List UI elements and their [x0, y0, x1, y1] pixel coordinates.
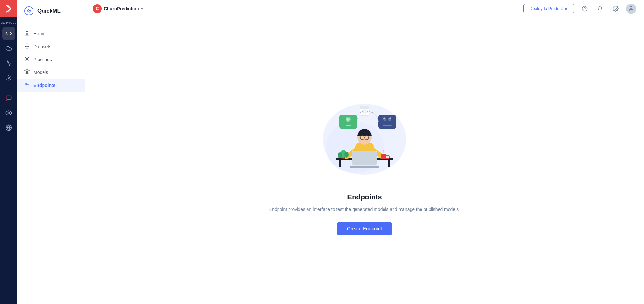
create-endpoint-button[interactable]: Create Endpoint	[337, 222, 392, 235]
svg-point-45	[383, 117, 385, 119]
quickml-logo-icon	[24, 6, 34, 16]
rail-icon-cloud[interactable]	[2, 42, 15, 55]
home-icon	[24, 31, 30, 37]
svg-rect-48	[360, 109, 369, 115]
svg-point-0	[8, 77, 10, 79]
help-icon[interactable]	[580, 4, 590, 14]
svg-point-13	[615, 8, 617, 9]
nav-item-home[interactable]: Home	[17, 27, 85, 40]
user-avatar[interactable]	[626, 4, 636, 14]
header-left: C ChurnPrediction ▾	[93, 4, 143, 13]
rail-icon-code[interactable]	[2, 27, 15, 40]
project-name: ChurnPrediction	[104, 6, 139, 11]
chevron-down-icon: ▾	[141, 6, 143, 11]
svg-point-5	[25, 44, 29, 45]
empty-state: Endpoints Endpoint provides an interface…	[269, 86, 460, 235]
nav-label-home: Home	[33, 31, 45, 36]
top-header: C ChurnPrediction ▾ Deploy to Production	[85, 0, 644, 17]
header-right: Deploy to Production	[523, 4, 636, 14]
icon-rail: Services	[0, 0, 17, 304]
nav-label-endpoints: Endpoints	[33, 83, 55, 88]
svg-marker-7	[25, 69, 29, 72]
settings-icon[interactable]	[611, 4, 621, 14]
nav-item-pipelines[interactable]: Pipelines	[17, 53, 85, 66]
rail-divider	[4, 89, 14, 89]
main-area: C ChurnPrediction ▾ Deploy to Production	[85, 0, 644, 304]
sidebar-nav: Home Datasets Pipelines	[17, 22, 85, 304]
app-logo	[0, 0, 17, 17]
endpoints-empty-title: Endpoints	[347, 193, 382, 201]
rail-icon-chat[interactable]	[2, 92, 15, 105]
svg-point-1	[8, 112, 10, 114]
nav-item-endpoints[interactable]: Endpoints	[17, 79, 85, 92]
pipelines-icon	[24, 56, 30, 63]
svg-point-32	[338, 152, 342, 158]
svg-rect-40	[378, 115, 396, 129]
svg-rect-19	[388, 160, 390, 167]
sidebar: QuickML Home Datasets	[17, 0, 85, 304]
svg-point-33	[344, 152, 349, 158]
rail-icon-globe[interactable]	[2, 121, 15, 134]
svg-point-46	[389, 117, 391, 119]
sidebar-title: QuickML	[37, 8, 61, 14]
svg-rect-18	[339, 160, 341, 167]
deploy-button[interactable]: Deploy to Production	[523, 4, 574, 13]
svg-point-14	[630, 6, 632, 8]
bell-icon[interactable]	[595, 4, 605, 14]
datasets-icon	[24, 43, 30, 50]
endpoints-empty-desc: Endpoint provides an interface to test t…	[269, 206, 460, 213]
svg-point-37	[346, 118, 350, 121]
rail-icon-activity[interactable]	[2, 57, 15, 69]
sidebar-header: QuickML	[17, 0, 85, 22]
project-selector[interactable]: C ChurnPrediction ▾	[93, 4, 143, 13]
svg-rect-28	[352, 151, 377, 165]
nav-item-models[interactable]: Models	[17, 66, 85, 79]
nav-item-datasets[interactable]: Datasets	[17, 40, 85, 53]
svg-rect-34	[381, 154, 386, 159]
rail-icon-settings[interactable]	[2, 71, 15, 84]
rail-icon-eye[interactable]	[2, 106, 15, 119]
endpoints-illustration	[313, 86, 416, 183]
models-icon	[24, 69, 30, 76]
svg-rect-29	[350, 166, 379, 168]
main-content: Endpoints Endpoint provides an interface…	[85, 17, 644, 304]
endpoints-icon	[24, 82, 30, 88]
svg-point-4	[25, 7, 33, 15]
nav-label-models: Models	[33, 70, 48, 75]
project-avatar: C	[93, 4, 102, 13]
nav-label-datasets: Datasets	[33, 44, 51, 49]
nav-label-pipelines: Pipelines	[33, 57, 52, 62]
svg-point-6	[26, 58, 28, 60]
services-label: Services	[1, 21, 16, 24]
